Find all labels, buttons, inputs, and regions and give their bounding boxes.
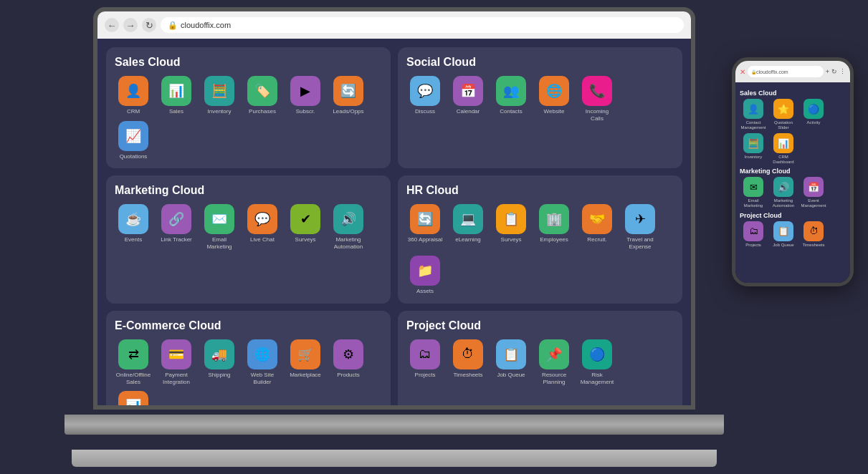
- phone-app-item-2-1[interactable]: 🔊Marketing Automation: [770, 177, 797, 208]
- phone-app-item-0-0[interactable]: 👤Contact Management: [740, 99, 767, 130]
- app-label-surveys: Surveys: [295, 236, 316, 243]
- apps-grid-sales-cloud: 👤CRM📊Sales🧮Inventory🏷️Purchases▶Subscr.🔄…: [115, 76, 382, 160]
- app-item-price-lists[interactable]: 📊Price Lists: [115, 391, 152, 405]
- app-item-marketing-automation[interactable]: 🔊Marketing Automation: [330, 204, 367, 250]
- app-item-marketplace[interactable]: 🛒Marketplace: [287, 339, 324, 385]
- app-item-online-offline-sales[interactable]: ⇄Online/Offline Sales: [115, 339, 152, 385]
- laptop: ← → ↻ 🔒 cloudoffix.com Sales Cloud👤CRM📊S…: [36, 0, 753, 474]
- back-button[interactable]: ←: [105, 18, 119, 32]
- phone-app-label-3-2: Timesheets: [803, 243, 825, 248]
- app-item-inventory[interactable]: 🧮Inventory: [201, 76, 238, 115]
- app-label-resource-planning: Resource Planning: [535, 372, 573, 385]
- app-item-calendar[interactable]: 📅Calendar: [449, 76, 487, 122]
- app-item-projects[interactable]: 🗂Projects: [406, 339, 444, 385]
- phone-app-item-1-1[interactable]: 📊CRM Dashboard: [770, 133, 797, 164]
- app-item-contacts[interactable]: 👥Contacts: [492, 76, 530, 122]
- phone-app-label-0-0: Contact Management: [740, 120, 767, 130]
- app-icon-risk-management: 🔵: [582, 339, 612, 369]
- app-item-timesheets[interactable]: ⏱Timesheets: [449, 339, 487, 385]
- app-item-recruitment[interactable]: 🤝Recruit.: [578, 204, 616, 250]
- app-item-quotations[interactable]: 📈Quotations: [115, 121, 152, 160]
- app-item-shipping[interactable]: 🚚Shipping: [201, 339, 238, 385]
- app-item-travel-expense[interactable]: ✈Travel and Expense: [621, 204, 659, 250]
- app-item-job-queue[interactable]: 📋Job Queue: [492, 339, 530, 385]
- app-item-payment-integration[interactable]: 💳Payment Integration: [158, 339, 195, 385]
- app-item-products[interactable]: ⚙Products: [330, 339, 367, 385]
- app-item-resource-planning[interactable]: 📌Resource Planning: [535, 339, 573, 385]
- app-icon-price-lists: 📊: [118, 391, 148, 405]
- phone-apps-grid-3: 🗂Projects📋Job Queue⏱Timesheets: [740, 221, 846, 248]
- phone-url: cloudoffix.com: [756, 69, 788, 74]
- app-icon-quotations: 📈: [118, 121, 148, 151]
- app-icon-payment-integration: 💳: [161, 339, 191, 369]
- phone-section-title-0: Sales Cloud: [740, 90, 846, 97]
- app-label-link-tracker: Link Tracker: [161, 236, 192, 243]
- app-icon-elearning: 💻: [453, 204, 483, 234]
- app-item-live-chat[interactable]: 💬Live Chat: [244, 204, 281, 250]
- phone-app-item-0-2[interactable]: 🔵Activity: [800, 99, 827, 130]
- app-item-surveys[interactable]: ✔Surveys: [287, 204, 324, 250]
- app-item-employees[interactable]: 🏢Employees: [535, 204, 573, 250]
- app-item-sales[interactable]: 📊Sales: [158, 76, 195, 115]
- phone-close-button[interactable]: ✕: [740, 68, 745, 76]
- app-icon-incoming-calls: 📞: [582, 76, 612, 106]
- app-item-incoming-calls[interactable]: 📞Incoming Calls: [578, 76, 616, 122]
- app-item-email-marketing[interactable]: ✉️Email Marketing: [201, 204, 238, 250]
- app-item-website-builder[interactable]: 🌐Web Site Builder: [244, 339, 281, 385]
- app-label-website: Website: [544, 108, 565, 115]
- phone-app-item-0-1[interactable]: ⭐Quotation Slider: [770, 99, 797, 130]
- refresh-button[interactable]: ↻: [142, 18, 156, 32]
- app-item-surveys-hr[interactable]: 📋Surveys: [492, 204, 530, 250]
- app-icon-travel-expense: ✈: [625, 204, 655, 234]
- app-item-crm[interactable]: 👤CRM: [115, 76, 152, 115]
- app-item-website[interactable]: 🌐Website: [535, 76, 573, 122]
- app-item-subscriptions[interactable]: ▶Subscr.: [287, 76, 324, 115]
- app-label-recruitment: Recruit.: [587, 236, 607, 243]
- app-label-job-queue: Job Queue: [497, 372, 525, 379]
- phone-app-item-1-0[interactable]: 🧮Inventory: [740, 133, 767, 164]
- app-item-assets[interactable]: 📁Assets: [406, 256, 444, 295]
- phone-reload-btn[interactable]: ↻: [831, 68, 837, 75]
- app-icon-marketplace: 🛒: [290, 339, 320, 369]
- app-item-leads-opps[interactable]: 🔄Leads/Opps: [330, 76, 367, 115]
- phone-app-item-3-0[interactable]: 🗂Projects: [740, 221, 767, 248]
- phone-app-item-3-1[interactable]: 📋Job Queue: [770, 221, 797, 248]
- phone-section-title-2: Marketing Cloud: [740, 168, 846, 175]
- phone-menu-btn[interactable]: ⋮: [839, 68, 846, 75]
- app-item-events[interactable]: ☕Events: [115, 204, 152, 250]
- app-item-discuss[interactable]: 💬Discuss: [406, 76, 444, 122]
- url-text: cloudoffix.com: [181, 21, 231, 29]
- section-title-project-cloud: Project Cloud: [406, 319, 674, 332]
- app-icon-products: ⚙: [333, 339, 363, 369]
- section-title-marketing-cloud: Marketing Cloud: [115, 184, 382, 197]
- app-icon-sales: 📊: [161, 76, 191, 106]
- phone-app-icon-3-2: ⏱: [803, 221, 824, 241]
- phone-app-label-3-0: Projects: [745, 243, 761, 248]
- app-item-360-appraisal[interactable]: 🔄360 Appraisal: [406, 204, 444, 250]
- apps-grid-social-cloud: 💬Discuss📅Calendar👥Contacts🌐Website📞Incom…: [406, 76, 674, 122]
- phone-app-item-2-2[interactable]: 📅Event Management: [800, 177, 827, 208]
- app-label-email-marketing: Email Marketing: [201, 236, 238, 250]
- app-item-link-tracker[interactable]: 🔗Link Tracker: [158, 204, 195, 250]
- phone-apps-grid-2: ✉Email Marketing🔊Marketing Automation📅Ev…: [740, 177, 846, 208]
- phone-app-item-2-0[interactable]: ✉Email Marketing: [740, 177, 767, 208]
- phone-new-tab-btn[interactable]: +: [826, 68, 829, 75]
- phone: ✕ 🔒 cloudoffix.com + ↻ ⋮ Sales Cloud👤Con…: [732, 57, 854, 286]
- app-item-risk-management[interactable]: 🔵Risk Management: [578, 339, 616, 385]
- app-item-elearning[interactable]: 💻eLearning: [449, 204, 487, 250]
- app-icon-discuss: 💬: [410, 76, 440, 106]
- section-ecommerce-cloud: E-Commerce Cloud⇄Online/Offline Sales💳Pa…: [106, 311, 391, 405]
- app-label-quotations: Quotations: [120, 153, 148, 160]
- app-icon-link-tracker: 🔗: [161, 204, 191, 234]
- phone-address-bar[interactable]: 🔒 cloudoffix.com: [748, 66, 824, 77]
- address-bar[interactable]: 🔒 cloudoffix.com: [161, 17, 684, 33]
- phone-app-item-3-2[interactable]: ⏱Timesheets: [800, 221, 827, 248]
- app-icon-inventory: 🧮: [204, 76, 234, 106]
- app-label-calendar: Calendar: [457, 108, 480, 115]
- forward-button[interactable]: →: [123, 18, 138, 32]
- apps-grid-ecommerce-cloud: ⇄Online/Offline Sales💳Payment Integratio…: [115, 339, 382, 405]
- app-item-purchases[interactable]: 🏷️Purchases: [244, 76, 281, 115]
- browser-bar: ← → ↻ 🔒 cloudoffix.com: [97, 11, 691, 39]
- apps-grid-hr-cloud: 🔄360 Appraisal💻eLearning📋Surveys🏢Employe…: [406, 204, 674, 295]
- app-label-employees: Employees: [540, 236, 568, 243]
